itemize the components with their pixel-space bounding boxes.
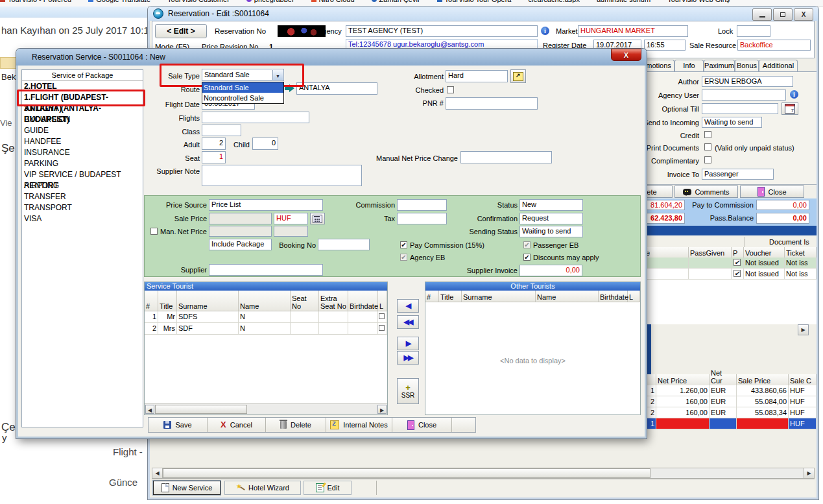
bookmark-item[interactable]: pricegrabber xyxy=(246,0,294,3)
save-button[interactable]: Save xyxy=(149,418,208,432)
minimize-button[interactable] xyxy=(752,8,772,21)
sidebar-item-handfee[interactable]: HANDFEE xyxy=(22,136,143,147)
sidebar-item-flight-return[interactable]: 3.FLIGHT (ANTALYA-BUDAPEST) xyxy=(22,103,143,114)
st-col-surname[interactable]: Surname xyxy=(177,291,239,311)
tab-paximum[interactable]: Paximum xyxy=(704,60,735,71)
agency-field[interactable]: TEST AGENCY (TEST) xyxy=(346,25,538,37)
agency-user-field[interactable] xyxy=(702,90,786,101)
status-field[interactable]: New xyxy=(519,199,583,211)
confirmation-field[interactable]: Request xyxy=(519,213,583,224)
close-reservation-button[interactable]: Close xyxy=(740,186,804,198)
price-col-saleprice[interactable]: Sale Price xyxy=(737,374,789,385)
send-to-incoming-field[interactable]: Waiting to send xyxy=(702,117,762,128)
market-field[interactable]: HUNGARIAN MARKET xyxy=(578,25,688,37)
price-col-salecur[interactable]: Sale C xyxy=(789,374,817,385)
sidebar-item-transfer[interactable]: TRANSFER xyxy=(22,191,143,202)
ssr-button[interactable]: + SSR xyxy=(397,378,419,404)
st-col-birthdate[interactable]: Birthdate xyxy=(348,291,378,311)
st-col-extraseat[interactable]: Extra Seat No xyxy=(319,291,348,311)
bookmark-item[interactable]: TourVisio Web Giriş xyxy=(667,0,730,3)
tax-field[interactable] xyxy=(397,213,447,224)
scroll-right-arrow[interactable] xyxy=(804,468,814,478)
credit-checkbox[interactable] xyxy=(704,131,711,138)
register-time-field[interactable]: 16:55 xyxy=(644,40,686,51)
sidebar-item-vip-service[interactable]: VIP SERVICE / BUDAPEST AIRPORT xyxy=(22,169,143,180)
comments-button[interactable]: Comments xyxy=(674,186,738,198)
move-left-button[interactable]: ◀ xyxy=(397,299,419,313)
bookmark-item[interactable]: clearcache.aspx xyxy=(529,0,580,3)
checked-checkbox[interactable] xyxy=(447,86,454,93)
delete-button[interactable]: Delete xyxy=(266,418,326,432)
ot-col-title[interactable]: Title xyxy=(439,291,462,302)
pay-commission-checkbox[interactable] xyxy=(400,241,407,248)
documents-scroll-right[interactable] xyxy=(798,324,809,335)
info-icon[interactable] xyxy=(541,27,549,35)
calculator-button[interactable] xyxy=(310,213,325,224)
bookmark-item[interactable]: TourVisio - Powered xyxy=(0,0,71,3)
class-field[interactable] xyxy=(202,125,241,136)
dropdown-option-noncontrolled[interactable]: Noncontrolled Sale xyxy=(202,93,283,103)
dropdown-option-standard[interactable]: Standard Sale xyxy=(202,82,283,93)
st-col-title[interactable]: Title xyxy=(158,291,177,311)
scroll-thumb[interactable] xyxy=(163,468,650,478)
allotment-lookup-button[interactable] xyxy=(510,69,526,83)
supplier-field[interactable] xyxy=(209,264,323,276)
author-field[interactable]: ERSUN ERBOGA xyxy=(702,76,793,87)
manual-net-price-field[interactable] xyxy=(460,151,552,163)
child-field[interactable]: 0 xyxy=(252,138,278,150)
booking-no-field[interactable] xyxy=(318,239,370,250)
price-row[interactable]: 2 160,00 EUR 55.084,00 HUF xyxy=(641,396,817,407)
st-scroll-right[interactable] xyxy=(377,405,387,414)
st-col-l[interactable]: L xyxy=(378,291,387,311)
sale-resource-field[interactable]: Backoffice xyxy=(737,40,811,51)
agency-eb-checkbox[interactable] xyxy=(400,254,407,261)
sidebar-item-excursion[interactable]: EXCURSION xyxy=(22,114,143,125)
window-hscrollbar[interactable] xyxy=(152,468,815,479)
include-package-field[interactable]: Include Package xyxy=(209,239,272,250)
maximize-button[interactable] xyxy=(773,8,793,21)
close-window-button[interactable]: X xyxy=(794,8,813,21)
price-col-netcur[interactable]: Net Cur xyxy=(710,374,737,385)
bookmark-item[interactable]: Google Translate xyxy=(88,0,150,3)
cancel-button[interactable]: Cancel xyxy=(208,418,266,432)
sidebar-item-insurance[interactable]: INSURANCE xyxy=(22,147,143,158)
bookmark-item[interactable]: TourVisio Customer xyxy=(167,0,230,3)
currency-field[interactable]: HUF xyxy=(274,213,308,224)
bookmark-item[interactable]: TourVisio Tour Opera xyxy=(437,0,512,3)
pnr-field[interactable] xyxy=(446,97,538,110)
price-source-field[interactable]: Price List xyxy=(209,199,323,211)
commission-field[interactable] xyxy=(397,199,447,211)
bookmark-item[interactable]: Nitro Cloud xyxy=(311,0,355,3)
net-price-cur-field[interactable] xyxy=(274,226,308,237)
info-icon[interactable] xyxy=(790,90,798,99)
adult-field[interactable]: 2 xyxy=(202,138,226,150)
price-row-selected[interactable]: 1 HUF xyxy=(641,418,817,429)
tab-info[interactable]: Info xyxy=(674,60,704,71)
print-documents-checkbox[interactable] xyxy=(704,143,711,150)
flights-field[interactable] xyxy=(202,112,309,123)
st-col-num[interactable]: # xyxy=(145,291,158,311)
edit-mode-button[interactable]: < Edit > xyxy=(155,24,207,38)
st-col-name[interactable]: Name xyxy=(239,291,291,311)
bookmark-item[interactable]: adminsite sunum xyxy=(597,0,650,3)
move-all-right-button[interactable]: ▶▶ xyxy=(397,351,419,365)
chevron-down-icon[interactable] xyxy=(272,70,283,80)
invoice-to-field[interactable]: Passenger xyxy=(702,169,774,180)
ot-col-l[interactable]: L xyxy=(628,291,640,302)
discounts-checkbox[interactable] xyxy=(523,254,531,261)
price-col-netprice[interactable]: Net Price xyxy=(656,374,710,385)
supplier-invoice-field[interactable]: 0,00 xyxy=(519,265,582,276)
supplier-note-field[interactable] xyxy=(202,165,362,186)
doc-col-expire[interactable]: ire xyxy=(641,247,689,258)
doc-col-voucher[interactable]: Voucher xyxy=(744,247,785,258)
net-price-field[interactable] xyxy=(209,226,272,237)
passenger-eb-checkbox[interactable] xyxy=(523,241,531,248)
price-row[interactable]: 1 1.260,00 EUR 433.860,66 HUF xyxy=(641,385,817,396)
ot-col-name[interactable]: Name xyxy=(536,291,599,302)
sidebar-item-visa[interactable]: VISA xyxy=(22,213,143,224)
internal-notes-button[interactable]: Internal Notes xyxy=(326,418,392,432)
sale-type-combo[interactable]: Standard Sale xyxy=(202,69,284,81)
st-scroll-thumb[interactable] xyxy=(155,405,247,414)
lock-field[interactable] xyxy=(737,25,770,37)
st-col-seatno[interactable]: Seat No xyxy=(291,291,319,311)
